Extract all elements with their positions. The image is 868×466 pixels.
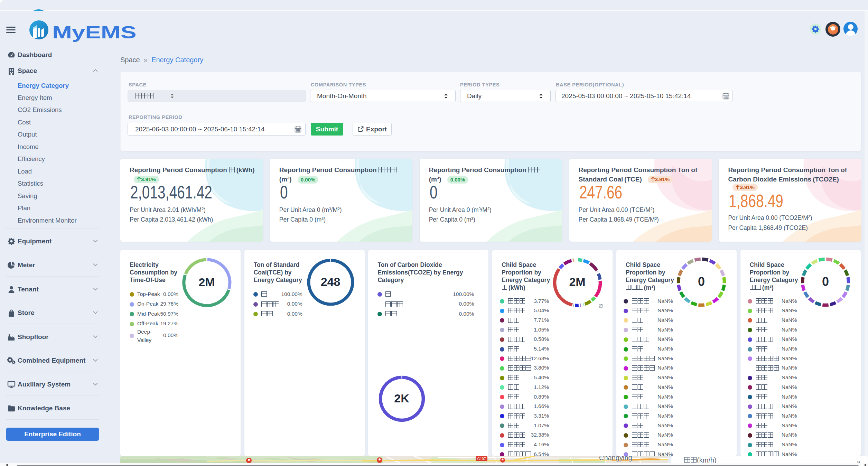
svg-text:G107: G107 bbox=[477, 457, 486, 461]
